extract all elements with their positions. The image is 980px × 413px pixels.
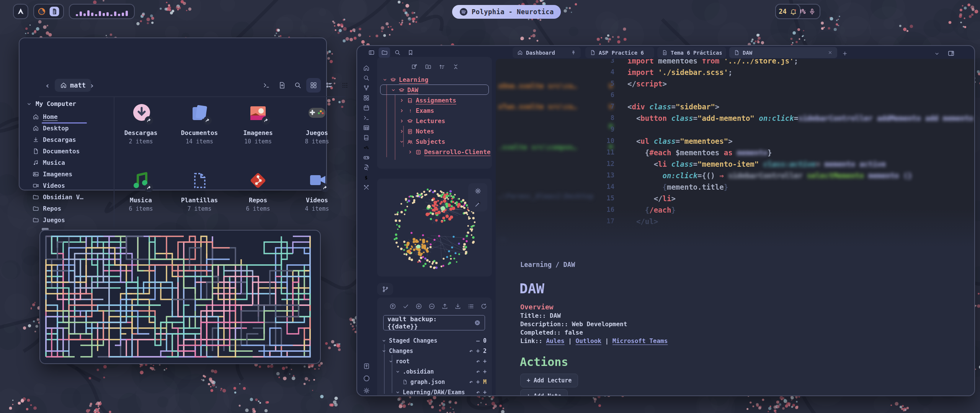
- tree-item-desarrollo-cliente[interactable]: Desarrollo-Cliente: [408, 148, 490, 156]
- git-row-graph-json[interactable]: graph.json: [402, 379, 445, 385]
- sort-icon[interactable]: [436, 62, 448, 72]
- refresh-icon[interactable]: [479, 301, 489, 311]
- new-note-icon[interactable]: [408, 62, 420, 72]
- folder-icon[interactable]: [379, 47, 390, 58]
- ribbon-terminal-icon[interactable]: [361, 113, 371, 122]
- chevron-icon[interactable]: [395, 390, 400, 395]
- grid-view-icon[interactable]: [306, 78, 321, 93]
- ribbon-help-icon[interactable]: ?: [361, 373, 371, 383]
- breadcrumb[interactable]: matt: [55, 79, 91, 92]
- toggle-right-sidebar-button[interactable]: [946, 48, 956, 58]
- nav-forward-button[interactable]: ›: [87, 80, 97, 91]
- folder-juegos[interactable]: Juegos 8 items: [288, 102, 346, 145]
- list-view-icon[interactable]: [322, 78, 336, 93]
- clear-icon[interactable]: [474, 319, 481, 326]
- ribbon-book-icon[interactable]: [361, 133, 371, 142]
- panel-left-icon[interactable]: [366, 47, 377, 58]
- chevron-icon[interactable]: [389, 359, 393, 364]
- sidebar-item-repos[interactable]: Repos: [33, 205, 61, 212]
- git-row-staged-changes[interactable]: Staged Changes: [382, 337, 437, 344]
- chevron-right-icon[interactable]: [399, 119, 404, 124]
- pull-icon[interactable]: [453, 301, 463, 311]
- ribbon-home-icon[interactable]: [361, 63, 371, 73]
- tab-asp-practice-6[interactable]: ASP Practice 6: [585, 47, 654, 58]
- folder-documentos[interactable]: Documentos 14 items: [171, 102, 228, 145]
- folder-descargas[interactable]: Descargas 2 items: [112, 102, 170, 145]
- chevron-icon[interactable]: [382, 338, 386, 343]
- notifications-module[interactable]: 24: [775, 4, 800, 19]
- button--add-lecture[interactable]: + Add Lecture: [520, 374, 578, 387]
- git-row-actions[interactable]: ↶ +: [476, 368, 487, 375]
- chevron-down-icon[interactable]: [391, 88, 396, 93]
- sidebar-item-videos[interactable]: Videos: [33, 182, 65, 189]
- new-tab-button[interactable]: [840, 49, 849, 58]
- wand-icon[interactable]: [473, 199, 482, 208]
- firefox-icon[interactable]: [37, 7, 46, 16]
- git-row-actions[interactable]: ↶ + M: [469, 379, 487, 385]
- ribbon-graph-icon[interactable]: [361, 83, 371, 93]
- chevron-right-icon[interactable]: [399, 108, 404, 113]
- nav-back-button[interactable]: ‹: [42, 80, 52, 91]
- terminal-icon[interactable]: [259, 78, 274, 93]
- git-row-changes[interactable]: Changes: [382, 348, 413, 354]
- git-row-actions[interactable]: — 0: [476, 337, 487, 344]
- sidebar-item-juegos[interactable]: Juegos: [33, 216, 65, 224]
- editor-pane[interactable]: xOne.svelte src\co…UxTwo.svelte src\co…U…: [496, 59, 975, 396]
- ribbon-file-search-icon[interactable]: [361, 163, 371, 172]
- sidebar-item-desktop[interactable]: Desktop: [33, 125, 69, 132]
- tab-daw[interactable]: DAW: [729, 47, 837, 58]
- backup-icon[interactable]: [388, 301, 398, 311]
- tree-item-lectures[interactable]: Lectures: [399, 117, 445, 125]
- chevron-down-icon[interactable]: [382, 77, 387, 82]
- tree-item-assignments[interactable]: Assignments: [399, 97, 456, 104]
- folder-videos[interactable]: Videos 4 items: [288, 170, 346, 212]
- close-icon[interactable]: [828, 50, 833, 55]
- folder-plantillas[interactable]: Plantillas 7 items: [171, 170, 228, 212]
- gear-icon[interactable]: [473, 186, 482, 195]
- ribbon-tools-icon[interactable]: [361, 183, 371, 192]
- chevron-right-icon[interactable]: [408, 150, 413, 154]
- tree-item-learning[interactable]: Learning: [382, 76, 428, 83]
- folder-musica[interactable]: Musica 6 items: [112, 170, 170, 212]
- sidebar-item-obsidianv[interactable]: Obsidian V…: [33, 193, 83, 201]
- sidebar-item-documentos[interactable]: Documentos: [33, 148, 80, 155]
- commit-icon[interactable]: [401, 301, 411, 311]
- note-breadcrumb[interactable]: Learning / DAW: [520, 261, 575, 268]
- tree-item-daw[interactable]: DAW: [391, 86, 418, 94]
- search-icon[interactable]: [392, 47, 403, 58]
- sidebar-root[interactable]: My Computer: [26, 100, 76, 107]
- launcher-button[interactable]: [13, 4, 28, 19]
- button--add-note[interactable]: + Add Note: [520, 389, 568, 396]
- sidebar-item-imagenes[interactable]: Imagenes: [33, 171, 72, 178]
- ribbon-gamepad-icon[interactable]: [361, 153, 371, 162]
- tab-list-button[interactable]: [932, 49, 941, 58]
- search-icon[interactable]: [291, 78, 305, 93]
- link-microsoft-teams[interactable]: Microsoft Teams: [612, 337, 668, 345]
- new-file-icon[interactable]: [275, 78, 289, 93]
- tab-tema-6-pr-cticas-[interactable]: Tema 6 Prácticas -…: [657, 47, 726, 58]
- chevron-icon[interactable]: [395, 369, 400, 374]
- stage-all-icon[interactable]: [414, 301, 424, 311]
- file-icon[interactable]: [402, 379, 408, 385]
- bookmark-icon[interactable]: [405, 47, 416, 58]
- folder-imagenes[interactable]: Imagenes 10 items: [229, 102, 287, 145]
- push-icon[interactable]: [440, 301, 450, 311]
- git-row--obsidian[interactable]: .obsidian: [395, 368, 434, 375]
- git-row-actions[interactable]: ↶ + 2: [469, 348, 487, 354]
- document-app-icon[interactable]: [49, 6, 60, 17]
- ribbon-calendar-icon[interactable]: [361, 103, 371, 112]
- tree-item-exams[interactable]: ! Exams: [399, 107, 434, 114]
- ribbon-table-icon[interactable]: [361, 123, 371, 132]
- link-outlook[interactable]: Outlook: [576, 337, 601, 345]
- tab-dashboard[interactable]: Dashboard: [513, 47, 581, 58]
- now-playing[interactable]: Polyphia - Neurotica: [452, 5, 561, 19]
- git-row-learning-daw-exams[interactable]: Learning/DAW/Exams: [395, 389, 465, 396]
- sidebar-item-musica[interactable]: Musica: [33, 159, 65, 166]
- unstage-all-icon[interactable]: [427, 301, 437, 311]
- commit-message-input[interactable]: vault backup: {{date}}: [383, 315, 485, 330]
- ribbon-gear-icon[interactable]: [361, 385, 371, 395]
- tree-item-subjects[interactable]: Subjects: [399, 138, 445, 145]
- tree-item-notes[interactable]: Notes: [399, 128, 434, 135]
- new-folder-icon[interactable]: [422, 62, 434, 72]
- git-branch-button[interactable]: [377, 283, 393, 295]
